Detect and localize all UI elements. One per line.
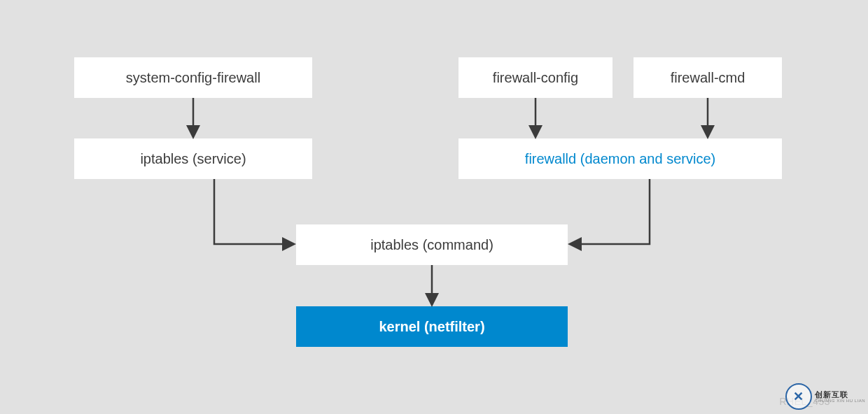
node-iptables-command: iptables (command) xyxy=(296,224,568,265)
watermark-main-text: 创新互联 xyxy=(815,391,865,399)
watermark: ✕ 创新互联 CHUANG XIN HU LIAN xyxy=(785,383,865,410)
node-kernel-netfilter: kernel (netfilter) xyxy=(296,306,568,347)
watermark-sub-text: CHUANG XIN HU LIAN xyxy=(815,399,865,403)
node-firewall-cmd: firewall-cmd xyxy=(634,57,782,98)
node-firewalld-daemon: firewalld (daemon and service) xyxy=(458,138,782,179)
node-firewall-config: firewall-config xyxy=(458,57,612,98)
node-system-config-firewall: system-config-firewall xyxy=(74,57,312,98)
watermark-logo-icon: ✕ xyxy=(785,383,812,410)
node-iptables-service: iptables (service) xyxy=(74,138,312,179)
